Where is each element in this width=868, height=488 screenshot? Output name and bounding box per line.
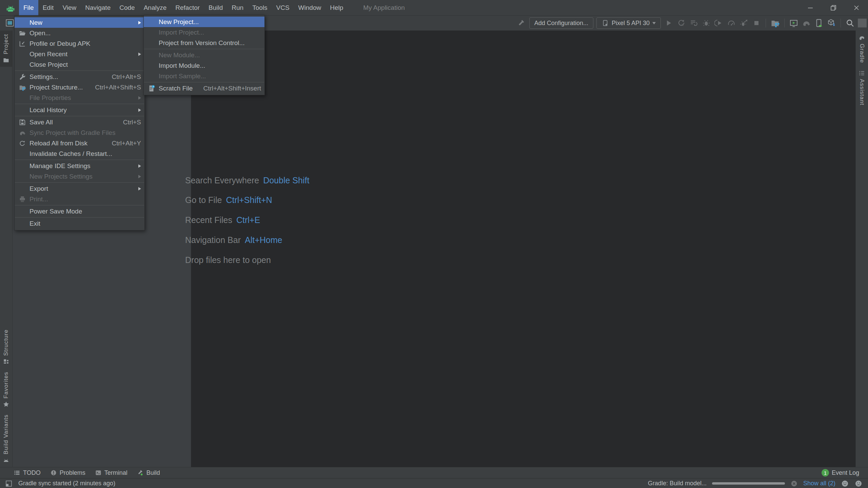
submenu-arrow-icon bbox=[138, 164, 141, 168]
tool-window-problems[interactable]: Problems bbox=[45, 467, 90, 478]
tool-window-layout-icon[interactable] bbox=[5, 480, 13, 488]
menu-item-exit[interactable]: Exit bbox=[15, 218, 144, 229]
cancel-icon[interactable] bbox=[790, 480, 798, 487]
attach-debugger-icon[interactable] bbox=[739, 18, 749, 28]
happy-face-icon[interactable] bbox=[841, 480, 849, 488]
navbar-screen-icon[interactable] bbox=[5, 17, 15, 28]
menu-item-profile-or-debug-apk[interactable]: Profile or Debug APK bbox=[15, 38, 144, 49]
refresh-icon bbox=[17, 139, 27, 148]
project-structure-icon[interactable] bbox=[770, 18, 780, 28]
menu-item-reload-all-from-disk[interactable]: Reload All from Disk Ctrl+Alt+Y bbox=[15, 138, 144, 148]
minimize-icon[interactable] bbox=[799, 0, 822, 15]
right-tool-window-stripe: Gradle Assistant bbox=[855, 30, 868, 467]
apply-code-changes-icon[interactable] bbox=[689, 18, 698, 28]
menu-item-new-projects-settings[interactable]: New Projects Settings bbox=[15, 171, 144, 182]
add-configuration-button[interactable]: Add Configuration... bbox=[529, 17, 593, 29]
stop-icon[interactable] bbox=[752, 18, 761, 28]
submenu-item-new-project[interactable]: New Project... bbox=[144, 17, 264, 27]
menu-separator bbox=[15, 182, 144, 183]
menu-item-save-all[interactable]: Save All Ctrl+S bbox=[15, 117, 144, 127]
run-coverage-icon[interactable] bbox=[714, 18, 724, 28]
stripe-tab-assistant[interactable]: Assistant bbox=[859, 66, 865, 109]
menu-file[interactable]: File bbox=[19, 0, 38, 15]
sad-face-icon[interactable] bbox=[854, 480, 863, 488]
stripe-tab-project[interactable]: Project bbox=[0, 30, 12, 67]
restore-icon[interactable] bbox=[822, 0, 845, 15]
stripe-tab-structure[interactable]: Structure bbox=[3, 326, 9, 368]
close-icon[interactable] bbox=[845, 0, 868, 15]
menu-help[interactable]: Help bbox=[326, 0, 348, 15]
menu-item-open[interactable]: Open... bbox=[15, 28, 144, 38]
submenu-item-import-project[interactable]: Import Project... bbox=[144, 27, 264, 38]
toolbar-indicator-square bbox=[858, 19, 867, 27]
menu-item-print[interactable]: Print... bbox=[15, 194, 144, 204]
menu-tools[interactable]: Tools bbox=[248, 0, 272, 15]
project-structure-icon bbox=[17, 83, 27, 92]
android-studio-logo-icon bbox=[5, 3, 16, 13]
gradle-sync-icon[interactable] bbox=[802, 18, 811, 28]
menu-item-settings[interactable]: Settings... Ctrl+Alt+S bbox=[15, 72, 144, 82]
floppy-icon bbox=[17, 118, 27, 127]
tool-window-terminal[interactable]: Terminal bbox=[90, 467, 132, 478]
menu-item-invalidate-caches[interactable]: Invalidate Caches / Restart... bbox=[15, 148, 144, 159]
submenu-item-import-sample[interactable]: Import Sample... bbox=[144, 71, 264, 81]
menu-separator bbox=[144, 49, 264, 49]
todo-list-icon bbox=[14, 469, 20, 476]
stripe-tab-build-variants[interactable]: Build Variants bbox=[3, 411, 9, 467]
menu-window[interactable]: Window bbox=[294, 0, 326, 15]
menu-item-open-recent[interactable]: Open Recent bbox=[15, 49, 144, 59]
menu-item-export[interactable]: Export bbox=[15, 183, 144, 194]
submenu-item-project-from-version-control[interactable]: Project from Version Control... bbox=[144, 38, 264, 48]
tool-window-build[interactable]: Build bbox=[132, 467, 165, 478]
stripe-tab-gradle[interactable]: Gradle bbox=[858, 30, 866, 66]
submenu-item-scratch-file[interactable]: Scratch File Ctrl+Alt+Shift+Insert bbox=[144, 83, 264, 94]
toolbar-separator bbox=[841, 19, 841, 27]
menu-item-manage-ide-settings[interactable]: Manage IDE Settings bbox=[15, 161, 144, 171]
menu-code[interactable]: Code bbox=[115, 0, 139, 15]
star-icon bbox=[3, 401, 9, 408]
apply-changes-icon[interactable]: A bbox=[676, 18, 686, 28]
menu-item-power-save-mode[interactable]: Power Save Mode bbox=[15, 206, 144, 217]
menu-edit[interactable]: Edit bbox=[38, 0, 58, 15]
submenu-arrow-icon bbox=[138, 96, 141, 100]
device-manager-icon[interactable] bbox=[814, 18, 824, 28]
avd-manager-icon[interactable] bbox=[789, 18, 798, 28]
hint-navigation-bar: Navigation Bar Alt+Home bbox=[185, 234, 282, 246]
hammer-icon[interactable] bbox=[517, 18, 526, 28]
submenu-item-new-module[interactable]: New Module... bbox=[144, 50, 264, 60]
menu-navigate[interactable]: Navigate bbox=[81, 0, 115, 15]
tool-window-event-log[interactable]: 1 Event Log bbox=[822, 469, 859, 476]
submenu-item-import-module[interactable]: Import Module... bbox=[144, 60, 264, 71]
menu-separator bbox=[15, 70, 144, 71]
menu-view[interactable]: View bbox=[58, 0, 81, 15]
menu-item-close-project[interactable]: Close Project bbox=[15, 59, 144, 70]
menu-item-new[interactable]: New bbox=[15, 17, 144, 28]
background-task-label: Gradle: Build model... bbox=[648, 480, 707, 487]
show-all-link[interactable]: Show all (2) bbox=[803, 480, 835, 487]
menu-item-local-history[interactable]: Local History bbox=[15, 105, 144, 115]
menu-item-project-structure[interactable]: Project Structure... Ctrl+Alt+Shift+S bbox=[15, 82, 144, 93]
stripe-tab-favorites[interactable]: Favorites bbox=[3, 368, 9, 411]
menu-run[interactable]: Run bbox=[227, 0, 248, 15]
status-bar: Gradle sync started (2 minutes ago) Grad… bbox=[0, 478, 868, 488]
menu-analyze[interactable]: Analyze bbox=[139, 0, 171, 15]
sdk-manager-icon[interactable] bbox=[827, 18, 836, 28]
device-selector[interactable]: Pixel 5 API 30 bbox=[596, 17, 661, 29]
menu-refactor[interactable]: Refactor bbox=[171, 0, 204, 15]
submenu-arrow-icon bbox=[138, 187, 141, 190]
hint-recent-files: Recent Files Ctrl+E bbox=[185, 214, 260, 226]
debug-icon[interactable] bbox=[702, 18, 711, 28]
toolbar-separator bbox=[766, 19, 766, 27]
problems-icon bbox=[50, 469, 57, 476]
menu-vcs[interactable]: VCS bbox=[272, 0, 294, 15]
search-icon[interactable] bbox=[845, 18, 855, 28]
menu-item-file-properties[interactable]: File Properties bbox=[15, 93, 144, 103]
menu-separator bbox=[15, 217, 144, 218]
profile-icon[interactable] bbox=[727, 18, 736, 28]
menu-separator bbox=[15, 205, 144, 205]
menu-build[interactable]: Build bbox=[204, 0, 227, 15]
tool-window-todo[interactable]: TODO bbox=[9, 467, 45, 478]
run-icon[interactable] bbox=[664, 18, 673, 28]
menu-item-sync-project-gradle[interactable]: Sync Project with Gradle Files bbox=[15, 127, 144, 138]
menu-separator bbox=[15, 104, 144, 104]
